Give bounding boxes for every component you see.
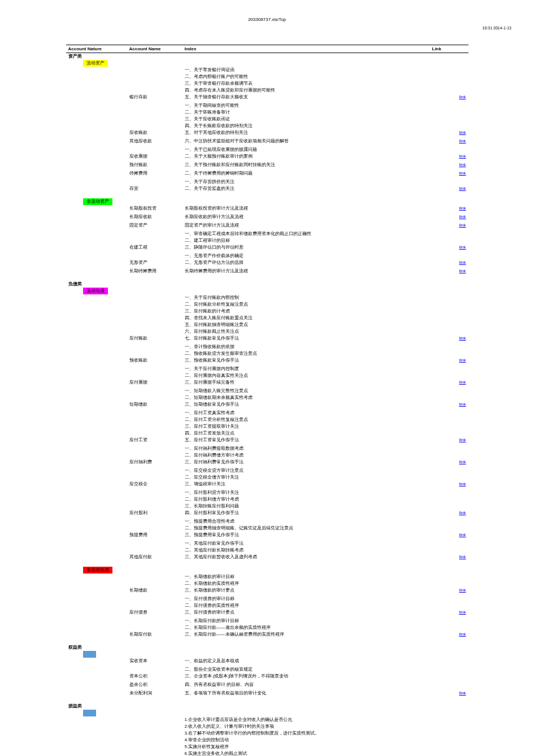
link-cell: link [430,379,468,386]
table-row: 一、应付福利费提取数据考虑 [66,445,468,452]
link-cell: link [430,170,468,177]
category-label: 负债类 [68,281,82,286]
link[interactable]: link [459,402,466,407]
link[interactable]: link [459,554,466,559]
index-line: 三、关于预付账款和应付账款同时挂账的关注 [183,162,430,168]
link[interactable]: link [459,481,466,486]
index-line: 一、应交税金贷方审计注意点 [183,467,430,474]
link[interactable]: link [459,214,466,219]
link[interactable]: link [459,186,466,191]
table-row: 三、关于应收账款函证 [66,116,468,123]
index-line: 长期应收款的审计方法及流程 [183,214,430,220]
link[interactable]: link [459,245,466,250]
account-name-cell [127,67,183,73]
account-name-cell [127,416,183,423]
link-cell: link [430,214,468,220]
link-cell [430,624,468,631]
account-name-cell: 银行存款 [127,94,183,101]
link-cell: link [430,401,468,408]
account-name-cell [127,445,183,452]
account-name-cell: 未分配利润 [127,690,183,697]
table-row: 二、其他应付款长期挂账考虑 [66,547,468,554]
link-cell: link [430,244,468,251]
link[interactable]: link [459,260,466,265]
link[interactable]: link [459,588,466,593]
link[interactable]: link [459,154,466,159]
link[interactable]: link [459,162,466,167]
index-line: 四、应付股利常见作假手法 [183,510,430,516]
table-row: 2.收入收入的定义、计量与审计时的关注事项 [66,723,468,730]
account-name-cell [127,146,183,153]
index-line: 二、考虑内部银行账户的可能性 [183,73,430,80]
link-cell [430,489,468,496]
link-cell [430,430,468,437]
table-row: 应付债券三、应付债券的审计要点link [66,609,468,616]
table-row: 二、应付票据内容真实性关注点 [66,372,468,379]
index-line: 二、应付账款分析性复核注意点 [183,301,430,308]
table-row: 银行存款五、关于抽查银行存款大额收支link [66,94,468,101]
link-cell [430,525,468,532]
account-name-cell: 应付工资 [127,437,183,444]
table-row: 应付股利四、应付股利常见作假手法link [66,510,468,516]
link[interactable]: link [459,223,466,228]
link-cell [430,328,468,335]
index-line: 三、静随评估日的与评估时差 [183,244,430,251]
index-line: 五、对于其他应收款的特别关注 [183,129,430,136]
account-name-cell: 其他应收款 [127,138,183,145]
index-line: 一、审查确定工程成本后转和借款费用资本化的截止日的正确性 [183,231,430,237]
link[interactable]: link [459,206,466,211]
link-cell: link [430,335,468,342]
link[interactable]: link [459,380,466,385]
table-row: 实收资本一、权益的定义及基本组成 [66,658,468,664]
link-cell: link [430,690,468,697]
index-line: 七、应付账款常见作假手法 [183,335,430,342]
account-name-cell [127,253,183,259]
account-name-cell: 资本公积 [127,673,183,680]
index-line: 四、考虑存在未入账贷款和应付票据的可能性 [183,87,430,94]
table-row: 一、关于寄发银行询证函 [66,67,468,73]
table-row: 二、建工程审计的目标 [66,237,468,244]
link[interactable]: link [459,138,466,144]
index-line: 一、应付债券的审计目标 [183,596,430,602]
account-name-cell: 长期股权投资 [127,205,183,212]
table-row: 非流动资产 [66,198,468,205]
link[interactable]: link [459,610,466,615]
table-row: 三、关于审查银行存款余额调节表 [66,80,468,87]
account-name-cell: 存货 [127,185,183,192]
link[interactable]: link [459,268,466,273]
table-row [66,698,468,703]
index-line: 三、增值税审计关注 [183,481,430,488]
link-cell [430,294,468,301]
table-row: 一、审查确定工程成本后转和借款费用资本化的截止日的正确性 [66,231,468,237]
link-cell [430,730,468,737]
table-row: 一、关于期间核查的可能性 [66,102,468,109]
link[interactable]: link [459,358,466,363]
link[interactable]: link [459,171,466,176]
link[interactable]: link [459,459,466,464]
subcategory-label: 流动负债 [83,288,108,294]
index-line: 一、长期应付款的审计目标 [183,618,430,624]
account-name-cell: 长期应付款 [127,631,183,638]
link-cell: link [430,205,468,212]
link[interactable]: link [459,510,466,515]
account-name-cell [127,573,183,580]
table-row: 一、查计预收账款的依据 [66,344,468,350]
link[interactable]: link [459,130,466,135]
account-name-cell [127,388,183,394]
index-line: 3.在了解不动价调整审计举行的内部控制制度后，进行实质性测试。 [183,730,430,737]
link[interactable]: link [459,532,466,537]
table-row: 应付账款七、应付账款常见作假手法link [66,335,468,342]
account-name-cell [127,321,183,328]
index-line: 六、应付账款截止性关注点 [183,328,430,335]
link[interactable]: link [459,632,466,637]
account-name-cell [127,308,183,315]
col-link: Link [430,45,468,53]
link[interactable]: link [459,336,466,341]
link-cell [430,231,468,237]
link[interactable]: link [459,437,466,442]
account-name-cell: 应付票据 [127,379,183,386]
link[interactable]: link [459,94,466,99]
link[interactable]: link [459,690,466,696]
index-line: 二、关于坏账准备审计 [183,109,430,116]
account-name-cell: 在建工程 [127,244,183,251]
